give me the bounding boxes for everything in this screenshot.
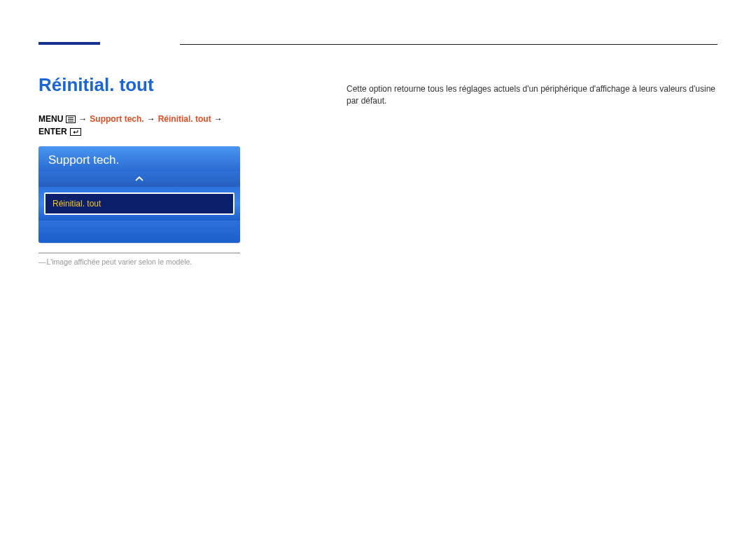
page-title: Réinitial. tout: [38, 74, 241, 96]
horizontal-rule: [180, 44, 718, 45]
osd-menu-header: Support tech.: [38, 146, 240, 171]
breadcrumb-arrow-1: →: [78, 114, 87, 124]
osd-menu-item-reinitial-tout[interactable]: Réinitial. tout: [44, 192, 234, 215]
breadcrumb-menu-label: MENU: [38, 114, 63, 124]
top-rule-row: [38, 42, 718, 45]
breadcrumb-support-tech: Support tech.: [90, 114, 144, 124]
menu-icon: [66, 115, 76, 123]
accent-bar: [38, 42, 100, 45]
breadcrumb-enter-label: ENTER: [38, 127, 67, 136]
footnote: L'image affichée peut varier selon le mo…: [38, 258, 241, 266]
right-column: Cette option retourne tous les réglages …: [346, 59, 718, 266]
small-divider: [38, 253, 240, 253]
osd-menu-widget: Support tech. Réinitial. tout: [38, 146, 240, 243]
left-column: Réinitial. tout MENU → Support tech. → R…: [38, 59, 241, 266]
enter-icon: [70, 128, 81, 136]
breadcrumb-arrow-3: →: [214, 114, 223, 124]
document-page: Réinitial. tout MENU → Support tech. → R…: [0, 0, 756, 266]
osd-menu-body: Réinitial. tout: [38, 187, 240, 220]
breadcrumb: MENU → Support tech. → Réinitial. tout →…: [38, 114, 241, 136]
description-text: Cette option retourne tous les réglages …: [346, 83, 718, 108]
osd-menu-footer: [38, 220, 240, 243]
chevron-up-icon: [134, 176, 144, 182]
osd-menu-up-row[interactable]: [38, 171, 240, 187]
content-row: Réinitial. tout MENU → Support tech. → R…: [38, 59, 718, 266]
breadcrumb-reinitial-tout: Réinitial. tout: [158, 114, 211, 124]
breadcrumb-arrow-2: →: [147, 114, 155, 124]
